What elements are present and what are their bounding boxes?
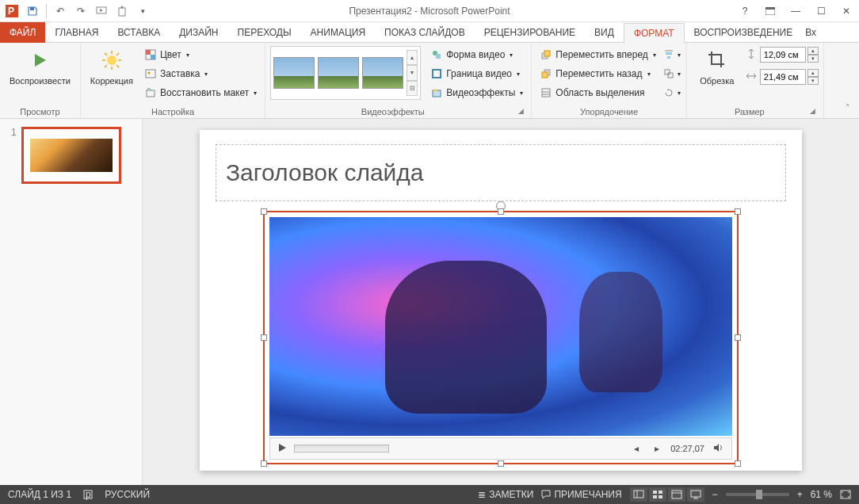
resize-handle[interactable] <box>735 208 741 215</box>
qat-more-icon[interactable]: ▾ <box>134 2 151 20</box>
language-indicator[interactable]: РУССКИЙ <box>105 489 150 500</box>
group-launcher-icon[interactable]: ◢ <box>515 105 526 116</box>
svg-point-5 <box>121 6 124 8</box>
tab-overflow[interactable]: Вх <box>802 22 819 43</box>
svg-rect-22 <box>147 90 155 97</box>
fit-to-window-icon[interactable] <box>840 490 851 499</box>
height-input[interactable] <box>760 47 806 63</box>
minimize-icon[interactable]: — <box>783 0 808 22</box>
height-field[interactable]: ▴▾ <box>746 46 819 63</box>
width-field[interactable]: ▴▾ <box>746 68 819 86</box>
tab-review[interactable]: РЕЦЕНЗИРОВАНИЕ <box>475 22 585 43</box>
tab-format[interactable]: ФОРМАТ <box>624 23 685 44</box>
resize-handle[interactable] <box>498 208 504 215</box>
zoom-out-icon[interactable]: − <box>712 489 718 500</box>
tab-insert[interactable]: ВСТАВКА <box>108 22 170 43</box>
redo-icon[interactable]: ↷ <box>72 2 90 20</box>
tab-view[interactable]: ВИД <box>585 22 624 43</box>
bring-forward-button[interactable]: Переместить вперед▾ <box>536 46 659 63</box>
ribbon-tabs: ФАЙЛ ГЛАВНАЯ ВСТАВКА ДИЗАЙН ПЕРЕХОДЫ АНИ… <box>0 22 859 43</box>
video-styles-gallery[interactable]: ▴ ▾ ⊟ <box>270 46 421 100</box>
group-launcher-icon[interactable]: ◢ <box>807 105 819 116</box>
forward-icon <box>540 48 552 61</box>
video-player-bar: ◂ ▸ 02:27,07 <box>269 437 732 460</box>
tab-playback[interactable]: ВОСПРОИЗВЕДЕНИЕ <box>685 22 803 43</box>
resize-handle[interactable] <box>735 460 741 467</box>
video-effects-button[interactable]: Видеоэффекты▾ <box>427 84 526 101</box>
video-object[interactable]: ◂ ▸ 02:27,07 <box>263 211 739 464</box>
spellcheck-icon[interactable]: р <box>82 489 94 500</box>
tab-design[interactable]: ДИЗАЙН <box>170 22 227 43</box>
rotate-button[interactable]: ▾ <box>662 84 681 101</box>
color-button[interactable]: Цвет▾ <box>141 46 260 63</box>
gallery-item[interactable] <box>273 57 315 89</box>
zoom-slider[interactable] <box>726 493 789 496</box>
svg-rect-50 <box>691 491 701 497</box>
play-button[interactable] <box>277 442 288 456</box>
gallery-up-icon[interactable]: ▴ <box>407 50 418 65</box>
svg-rect-31 <box>542 72 548 78</box>
volume-icon[interactable] <box>711 442 725 456</box>
slide-canvas[interactable]: Заголовок слайда ◂ ▸ 02:27 <box>200 130 802 471</box>
tab-home[interactable]: ГЛАВНАЯ <box>45 22 108 43</box>
resize-handle[interactable] <box>261 460 267 467</box>
svg-point-8 <box>107 55 116 65</box>
powerpoint-icon: P <box>3 2 21 20</box>
reset-design-button[interactable]: Восстановить макет▾ <box>141 84 260 101</box>
resize-handle[interactable] <box>261 208 267 215</box>
slideshow-qat-icon[interactable] <box>93 2 110 20</box>
gallery-item[interactable] <box>362 57 403 89</box>
slide-thumbnail[interactable] <box>21 127 121 184</box>
ribbon-display-icon[interactable] <box>758 0 783 22</box>
gallery-down-icon[interactable]: ▾ <box>407 65 418 80</box>
gallery-more-icon[interactable]: ⊟ <box>407 81 418 96</box>
video-border-button[interactable]: Граница видео▾ <box>427 65 526 82</box>
svg-rect-32 <box>542 89 550 97</box>
resize-handle[interactable] <box>261 334 267 341</box>
video-shape-button[interactable]: Форма видео▾ <box>427 46 526 63</box>
tab-slideshow[interactable]: ПОКАЗ СЛАЙДОВ <box>375 22 475 43</box>
spin-up-icon[interactable]: ▴ <box>807 69 819 77</box>
close-icon[interactable]: ✕ <box>834 0 859 22</box>
comments-button[interactable]: ПРИМЕЧАНИЯ <box>541 489 621 500</box>
play-preview-button[interactable]: Воспроизвести <box>5 46 75 87</box>
help-icon[interactable]: ? <box>732 0 758 22</box>
spin-down-icon[interactable]: ▾ <box>807 77 819 85</box>
spin-down-icon[interactable]: ▾ <box>807 55 819 63</box>
undo-icon[interactable]: ↶ <box>52 2 69 20</box>
prev-frame-icon[interactable]: ◂ <box>629 443 643 454</box>
slideshow-view-icon[interactable] <box>687 487 704 502</box>
progress-bar[interactable] <box>294 445 389 452</box>
tab-file[interactable]: ФАЙЛ <box>0 22 45 43</box>
tab-transitions[interactable]: ПЕРЕХОДЫ <box>228 22 301 43</box>
save-icon[interactable] <box>24 2 41 20</box>
normal-view-icon[interactable] <box>630 487 647 502</box>
maximize-icon[interactable]: ☐ <box>808 0 834 22</box>
width-input[interactable] <box>760 69 806 85</box>
selection-pane-button[interactable]: Область выделения <box>536 84 659 101</box>
pane-icon <box>540 86 552 99</box>
crop-button[interactable]: Обрезка <box>692 46 743 87</box>
reading-view-icon[interactable] <box>668 487 685 502</box>
gallery-item[interactable] <box>318 57 359 89</box>
corrections-button[interactable]: Коррекция <box>86 46 138 87</box>
sorter-view-icon[interactable] <box>649 487 666 502</box>
shape-icon <box>430 48 443 61</box>
resize-handle[interactable] <box>498 460 504 467</box>
zoom-level[interactable]: 61 % <box>811 489 832 500</box>
svg-rect-2 <box>30 7 34 10</box>
poster-frame-button[interactable]: Заставка▾ <box>141 65 260 82</box>
spin-up-icon[interactable]: ▴ <box>807 47 819 55</box>
align-button[interactable]: ▾ <box>662 46 681 63</box>
next-frame-icon[interactable]: ▸ <box>650 443 664 454</box>
send-backward-button[interactable]: Переместить назад▾ <box>536 65 659 82</box>
resize-handle[interactable] <box>735 334 741 341</box>
tab-animation[interactable]: АНИМАЦИЯ <box>301 22 375 43</box>
zoom-in-icon[interactable]: + <box>797 489 803 500</box>
thumb-number: 1 <box>11 127 17 184</box>
collapse-ribbon-icon[interactable]: ˄ <box>842 101 854 114</box>
touchmode-icon[interactable] <box>113 2 131 20</box>
group-button[interactable]: ▾ <box>662 65 681 82</box>
notes-button[interactable]: ≣ ЗАМЕТКИ <box>478 489 533 500</box>
title-placeholder[interactable]: Заголовок слайда <box>216 144 786 201</box>
